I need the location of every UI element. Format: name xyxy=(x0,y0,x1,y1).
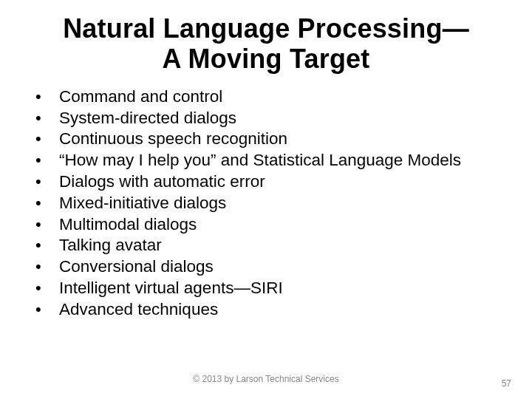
title-line-2: A Moving Target xyxy=(163,44,370,74)
bullet-text: “How may I help you” and Statistical Lan… xyxy=(59,151,461,169)
bullet-text: Command and control xyxy=(59,87,222,106)
bullet-text: Intelligent virtual agents—SIRI xyxy=(59,279,283,297)
list-item: Talking avatar xyxy=(43,235,517,256)
bullet-text: Mixed-initiative dialogs xyxy=(59,194,226,212)
list-item: Command and control xyxy=(43,86,517,108)
page-number: 57 xyxy=(502,378,511,389)
bullet-text: Continuous speech recognition xyxy=(59,129,287,148)
list-item: System-directed dialogs xyxy=(43,108,517,129)
footer: © 2013 by Larson Technical Services 57 xyxy=(0,374,532,389)
title-line-1: Natural Language Processing— xyxy=(63,13,469,44)
copyright-text: © 2013 by Larson Technical Services xyxy=(0,374,532,384)
list-item: “How may I help you” and Statistical Lan… xyxy=(43,150,517,171)
bullet-text: Multimodal dialogs xyxy=(59,215,197,233)
list-item: Advanced techniques xyxy=(43,299,517,321)
slide: Natural Language Processing— A Moving Ta… xyxy=(0,0,532,399)
list-item: Dialogs with automatic error xyxy=(43,171,517,193)
bullet-text: Talking avatar xyxy=(59,236,162,254)
bullet-list: Command and control System-directed dial… xyxy=(0,86,532,321)
bullet-text: System-directed dialogs xyxy=(59,109,236,127)
bullet-text: Dialogs with automatic error xyxy=(59,172,265,191)
list-item: Continuous speech recognition xyxy=(43,129,517,150)
list-item: Mixed-initiative dialogs xyxy=(43,193,517,214)
list-item: Intelligent virtual agents—SIRI xyxy=(43,278,517,299)
bullet-text: Conversional dialogs xyxy=(59,257,214,276)
list-item: Conversional dialogs xyxy=(43,256,517,278)
list-item: Multimodal dialogs xyxy=(43,214,517,236)
bullet-text: Advanced techniques xyxy=(59,300,218,318)
slide-title: Natural Language Processing— A Moving Ta… xyxy=(0,0,532,82)
